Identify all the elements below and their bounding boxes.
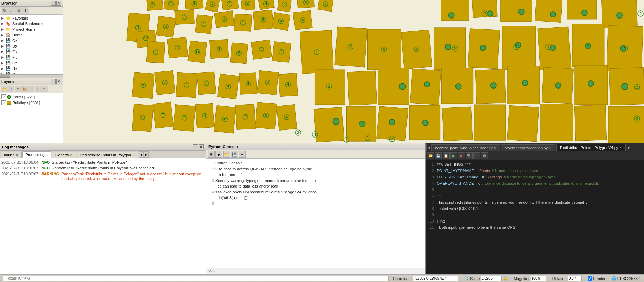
- python-input[interactable]: [216, 269, 424, 273]
- tree-item-m[interactable]: ▶ 💾 M:\: [0, 71, 63, 74]
- svg-point-94: [456, 84, 461, 89]
- editor-tab-reverse-close[interactable]: ✕: [549, 146, 552, 150]
- browser-info-btn[interactable]: ℹ: [22, 7, 29, 14]
- tab-redistribute[interactable]: Redistribute Points in Polygon ✕: [77, 152, 138, 158]
- layers-move-up-btn[interactable]: ↑: [28, 86, 34, 92]
- browser-minimize-btn[interactable]: —: [51, 1, 56, 6]
- svg-rect-77: [541, 104, 573, 141]
- tree-item-home[interactable]: ▶ 🏠 Home: [0, 32, 63, 38]
- ed-line-2: 2 POINT_LAYERNAME = 'Points' # Name of i…: [426, 168, 644, 174]
- editor-stop-btn[interactable]: ■: [458, 152, 465, 159]
- browser-scrollbar-thumb[interactable]: [0, 75, 10, 78]
- magnifier-input[interactable]: [531, 276, 546, 281]
- log-header: Log Messages — ✕: [0, 143, 206, 151]
- svg-rect-61: [347, 71, 377, 105]
- editor-tab-nearest[interactable]: nearest_point_with_older_year.py ✕: [431, 144, 501, 151]
- editor-tab-redistribute[interactable]: RedistributePointsInPolygonV4.py ✕: [556, 144, 626, 151]
- layer-item-points[interactable]: ✓ Points [5221]: [0, 94, 63, 100]
- locator-input[interactable]: [3, 276, 389, 281]
- editor-tab-redistribute-close[interactable]: ✕: [619, 146, 622, 149]
- tree-item-e[interactable]: ▶ 💾 E:\: [0, 49, 63, 55]
- log-title: Log Messages: [2, 145, 29, 149]
- python-save-btn[interactable]: 💾: [231, 151, 238, 158]
- editor-tab-reverse-label: reversegeocodeaction.py: [505, 146, 548, 150]
- editor-tab-reverse[interactable]: reversegeocodeaction.py ✕: [501, 144, 555, 151]
- browser-header: Browser — ✕: [0, 0, 63, 7]
- editor-tab-scroll-left[interactable]: ◀: [426, 144, 431, 151]
- map-area[interactable]: 4 2 4 4 4 2 4 4 4 4: [63, 0, 644, 143]
- scale-input[interactable]: [481, 276, 502, 281]
- editor-content[interactable]: 1 ### SETTINGS ### 2 POINT_LAYERNAME = '…: [426, 160, 644, 274]
- tree-item-g[interactable]: ▶ 💾 G:\: [0, 60, 63, 66]
- tab-processing-close[interactable]: ✕: [45, 153, 48, 156]
- svg-point-81: [487, 11, 493, 16]
- editor-save-btn[interactable]: 💾: [435, 152, 442, 159]
- status-coordinate: Coordinate: [391, 276, 460, 281]
- browser-refresh-btn[interactable]: ↻: [1, 7, 8, 14]
- browser-filter-btn[interactable]: ⚙: [15, 7, 22, 14]
- layers-filter-btn[interactable]: ⚙: [15, 86, 21, 92]
- browser-home-btn[interactable]: ⌂: [8, 7, 15, 14]
- python-settings-btn[interactable]: ⚙: [208, 151, 215, 158]
- editor-copy-btn[interactable]: 📋: [443, 152, 450, 159]
- tree-arrow: ▶: [1, 16, 6, 20]
- drive-icon: 💾: [6, 61, 11, 65]
- tab-processing[interactable]: Processing ✕: [22, 151, 51, 158]
- layer-check-buildings[interactable]: ✓: [1, 100, 6, 105]
- tab-sharing[interactable]: haring ✕: [1, 152, 22, 158]
- editor-tab-nearest-close[interactable]: ✕: [494, 146, 496, 150]
- tree-item-project-home[interactable]: ▶ 📁 Project Home: [0, 27, 63, 32]
- editor-hash-btn[interactable]: #: [473, 152, 480, 159]
- svg-text:2: 2: [247, 1, 249, 5]
- svg-text:2: 2: [624, 47, 626, 51]
- tree-item-spatial-bookmarks[interactable]: ▶ 🔖 Spatial Bookmarks: [0, 21, 63, 27]
- editor-find-btn[interactable]: 🔍: [466, 152, 473, 159]
- layers-add-btn[interactable]: +: [8, 86, 14, 92]
- left-panel: Browser — ✕ ↻ ⌂ ⚙ ℹ ▶ ⭐ Favorites ▶: [0, 0, 63, 143]
- tree-item-d[interactable]: ▶ 💾 D:\: [0, 43, 63, 49]
- layer-item-buildings[interactable]: ✓ Buildings [2301]: [0, 100, 63, 106]
- tab-general-close[interactable]: ✕: [70, 153, 73, 157]
- rotation-input[interactable]: [568, 276, 582, 281]
- log-minimize-btn[interactable]: —: [193, 144, 198, 149]
- editor-run-btn[interactable]: ▶: [450, 152, 457, 159]
- python-run-btn[interactable]: ▶: [215, 151, 222, 158]
- layers-minimize-btn[interactable]: —: [51, 79, 56, 84]
- python-more-btn[interactable]: ≡: [239, 151, 246, 158]
- layer-check-points[interactable]: ✓: [1, 94, 6, 99]
- layers-style-btn[interactable]: 🎨: [21, 86, 28, 92]
- magnifier-label: Magnifier: [514, 276, 529, 281]
- code-editor-panel: ◀ nearest_point_with_older_year.py ✕ rev…: [426, 143, 644, 274]
- tree-item-c[interactable]: ▶ 💾 C:\: [0, 38, 63, 43]
- layers-close-btn[interactable]: ✕: [56, 79, 61, 84]
- log-level-2: INFO: [41, 165, 50, 170]
- layers-more-btn[interactable]: ≡: [41, 86, 48, 92]
- ed-line-11: 11 - Both input layer need to be in the …: [426, 225, 644, 231]
- tab-scroll-right[interactable]: ▶: [144, 151, 149, 158]
- tree-item-f[interactable]: ▶ 💾 F:\: [0, 55, 63, 60]
- py-line-1: 1 Python Console: [208, 160, 424, 166]
- python-open-btn[interactable]: 📂: [223, 151, 230, 158]
- tree-arrow: ▶: [1, 50, 6, 54]
- browser-scrollbar[interactable]: [0, 74, 63, 78]
- editor-open-btn[interactable]: 📂: [427, 152, 434, 159]
- log-close-btn[interactable]: ✕: [199, 144, 204, 149]
- layers-open-btn[interactable]: 📂: [1, 86, 8, 92]
- python-panel: Python Console ⚙ ▶ 📂 💾 ≡ 1 Python Consol…: [206, 143, 426, 274]
- tab-sharing-close[interactable]: ✕: [16, 153, 19, 157]
- scale-icon: 🔍: [464, 276, 469, 281]
- tab-redistribute-close[interactable]: ✕: [132, 153, 135, 157]
- status-epsg[interactable]: 🌐 EPSG:25832: [610, 276, 641, 281]
- tree-item-h[interactable]: ▶ 💾 H:\: [0, 66, 63, 71]
- svg-rect-15: [567, 0, 597, 19]
- tree-item-favorites[interactable]: ▶ ⭐ Favorites: [0, 15, 63, 21]
- browser-close-btn[interactable]: ✕: [56, 1, 61, 6]
- tab-scroll-left[interactable]: ◀: [139, 151, 144, 158]
- svg-text:4: 4: [183, 15, 185, 19]
- editor-settings-btn[interactable]: ⚙: [481, 152, 488, 159]
- editor-tab-scroll-right[interactable]: ▶: [627, 144, 631, 151]
- tab-general[interactable]: General ✕: [52, 152, 76, 158]
- render-checkbox[interactable]: [588, 276, 592, 281]
- layers-move-down-btn[interactable]: ↓: [35, 86, 41, 92]
- coordinate-input[interactable]: [413, 276, 458, 281]
